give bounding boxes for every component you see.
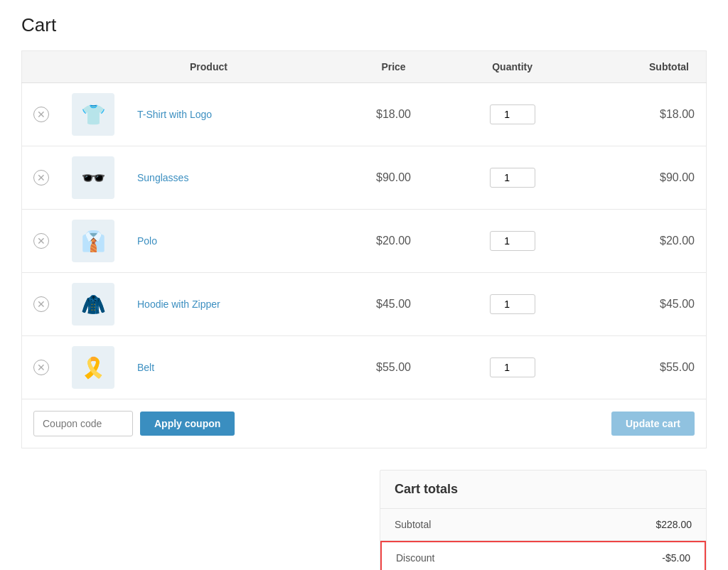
product-price: $90.00 (339, 146, 448, 210)
product-subtotal: $45.00 (577, 273, 706, 336)
subtotal-label: Subtotal (395, 519, 431, 530)
table-row: ✕ 🧥 Hoodie with Zipper $45.00 $45.00 (22, 273, 707, 336)
product-image: 🕶️ (72, 156, 114, 199)
product-subtotal: $55.00 (577, 336, 706, 399)
product-image: 🧥 (72, 283, 114, 326)
product-subtotal: $18.00 (577, 83, 706, 146)
remove-item-button[interactable]: ✕ (33, 296, 49, 312)
page-title: Cart (21, 14, 707, 36)
subtotal-value: $228.00 (655, 519, 692, 530)
discount-value: -$5.00 (662, 552, 690, 564)
table-row: ✕ 👔 Polo $20.00 $20.00 (22, 210, 707, 273)
col-header-subtotal: Subtotal (577, 51, 706, 83)
product-subtotal: $20.00 (577, 210, 706, 273)
coupon-input[interactable] (33, 411, 133, 436)
quantity-input[interactable] (490, 294, 535, 314)
remove-item-button[interactable]: ✕ (33, 233, 49, 249)
product-price: $55.00 (339, 336, 448, 399)
discount-label: Discount (396, 552, 434, 564)
product-link[interactable]: Sunglasses (137, 172, 188, 183)
product-price: $45.00 (339, 273, 448, 336)
cart-totals: Cart totals Subtotal $228.00 Discount -$… (380, 470, 707, 570)
remove-item-button[interactable]: ✕ (33, 107, 49, 122)
cart-table: Product Price Quantity Subtotal ✕ 👕 T-Sh… (21, 50, 707, 399)
product-image: 👕 (72, 93, 114, 136)
quantity-input[interactable] (490, 104, 535, 124)
update-cart-button[interactable]: Update cart (611, 412, 695, 436)
product-image: 👔 (72, 220, 114, 262)
remove-item-button[interactable]: ✕ (33, 360, 49, 375)
col-header-price: Price (339, 51, 448, 83)
totals-discount-row: Discount -$5.00 (380, 541, 706, 570)
quantity-input[interactable] (490, 168, 535, 188)
cart-totals-title: Cart totals (380, 470, 706, 509)
product-subtotal: $90.00 (577, 146, 706, 210)
product-link[interactable]: Belt (137, 362, 154, 373)
product-link[interactable]: Polo (137, 235, 157, 247)
col-header-quantity: Quantity (448, 51, 577, 83)
table-row: ✕ 🎗️ Belt $55.00 $55.00 (22, 336, 707, 399)
quantity-input[interactable] (490, 231, 535, 251)
col-header-product: Product (126, 51, 339, 83)
product-price: $20.00 (339, 210, 448, 273)
table-row: ✕ 🕶️ Sunglasses $90.00 $90.00 (22, 146, 707, 210)
product-image: 🎗️ (72, 346, 114, 389)
product-link[interactable]: T-Shirt with Logo (137, 109, 212, 120)
product-link[interactable]: Hoodie with Zipper (137, 299, 220, 310)
product-price: $18.00 (339, 83, 448, 146)
table-row: ✕ 👕 T-Shirt with Logo $18.00 $18.00 (22, 83, 707, 146)
cart-actions: Apply coupon Update cart (21, 399, 707, 448)
quantity-input[interactable] (490, 357, 535, 377)
apply-coupon-button[interactable]: Apply coupon (140, 412, 235, 436)
remove-item-button[interactable]: ✕ (33, 170, 49, 185)
cart-totals-wrapper: Cart totals Subtotal $228.00 Discount -$… (21, 470, 707, 570)
totals-subtotal-row: Subtotal $228.00 (380, 509, 706, 541)
